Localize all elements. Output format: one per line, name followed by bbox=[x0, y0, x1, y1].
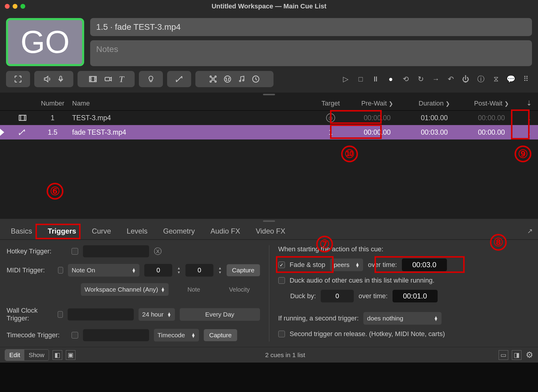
grid-icon[interactable]: ⠿ bbox=[520, 73, 532, 85]
tab-videofx[interactable]: Video FX bbox=[248, 223, 293, 239]
wallclock-format-select[interactable]: 24 hour▲▼ bbox=[139, 308, 175, 321]
tab-geometry[interactable]: Geometry bbox=[155, 223, 203, 239]
go-button[interactable]: GO bbox=[6, 18, 84, 66]
loop-icon[interactable]: ↻ bbox=[415, 73, 427, 85]
col-continue[interactable]: ⇣ bbox=[520, 100, 538, 107]
view-icon-1[interactable]: ◧ bbox=[53, 350, 62, 360]
col-postwait[interactable]: Post-Wait ❯ bbox=[463, 100, 520, 107]
wallclock-days-select[interactable]: Every Day bbox=[180, 308, 260, 321]
midi-icon[interactable] bbox=[223, 75, 232, 83]
arrow-icon[interactable]: → bbox=[430, 73, 442, 85]
mic-icon[interactable] bbox=[57, 75, 65, 83]
play-icon[interactable]: ▷ bbox=[340, 73, 352, 85]
col-prewait[interactable]: Pre-Wait ❯ bbox=[349, 100, 406, 107]
close-icon[interactable] bbox=[5, 4, 10, 9]
hotkey-label: Hotkey Trigger: bbox=[7, 247, 67, 255]
tab-basics[interactable]: Basics bbox=[3, 223, 40, 239]
cue-continue[interactable]: ↓ bbox=[520, 128, 538, 137]
triggers-right: When starting the action of this cue: Fa… bbox=[269, 245, 532, 341]
speaker-icon[interactable] bbox=[43, 75, 51, 83]
wallclock-input[interactable] bbox=[68, 308, 134, 320]
midi-capture-button[interactable]: Capture bbox=[227, 264, 260, 276]
power-icon[interactable]: ⏻ bbox=[460, 73, 472, 85]
minimize-icon[interactable] bbox=[13, 4, 17, 9]
midi-velocity-input[interactable]: 0 bbox=[185, 264, 213, 277]
midi-note-input[interactable]: 0 bbox=[144, 264, 172, 277]
svg-point-9 bbox=[226, 78, 226, 79]
cue-title-field[interactable]: 1.5 · fade TEST-3.mp4 bbox=[90, 18, 532, 36]
col-number[interactable]: Number bbox=[36, 100, 69, 107]
stepper-icon[interactable]: ▲▼ bbox=[218, 266, 222, 274]
camera-icon[interactable] bbox=[104, 75, 112, 83]
fade-button[interactable] bbox=[167, 71, 191, 87]
col-duration[interactable]: Duration ❯ bbox=[406, 100, 463, 107]
annotation-6: ⑥ bbox=[47, 183, 63, 200]
cue-row[interactable]: 1.5 fade TEST-3.mp4 1 00:00.00 00:03.00 … bbox=[0, 125, 538, 139]
clear-icon[interactable]: ⓧ bbox=[154, 246, 162, 257]
midi-checkbox[interactable] bbox=[58, 267, 63, 274]
col-name[interactable]: Name bbox=[69, 100, 313, 107]
duck-by-input[interactable]: 0 bbox=[321, 290, 354, 302]
fade-scope-select[interactable]: peers▲▼ bbox=[330, 259, 363, 271]
svg-rect-2 bbox=[105, 77, 109, 81]
text-icon[interactable]: T bbox=[119, 74, 124, 84]
timecode-input[interactable] bbox=[83, 329, 149, 341]
fade-time-input[interactable]: 00:03.0 bbox=[402, 259, 447, 271]
popout-icon[interactable]: ↗ bbox=[527, 227, 533, 235]
record-icon[interactable]: ● bbox=[385, 73, 397, 85]
tab-curve[interactable]: Curve bbox=[84, 223, 119, 239]
statusbar: Edit Show ◧ ▣ 2 cues in 1 list ▭ ◨ ⚙ bbox=[0, 347, 538, 363]
notes-field[interactable]: Notes bbox=[90, 40, 532, 66]
cue-target: 1 bbox=[313, 128, 349, 136]
music-icon[interactable] bbox=[238, 75, 246, 83]
timecode-icon[interactable] bbox=[252, 75, 260, 83]
cue-continue[interactable]: ↓ bbox=[520, 113, 538, 123]
edit-mode[interactable]: Edit bbox=[5, 350, 24, 360]
second-trigger-label: If running, a second trigger: bbox=[278, 314, 359, 322]
pause-icon[interactable]: ⏸ bbox=[370, 73, 382, 85]
back-icon[interactable]: ↶ bbox=[445, 73, 457, 85]
timecode-checkbox[interactable] bbox=[72, 332, 78, 338]
gear-icon[interactable]: ⚙ bbox=[526, 350, 533, 360]
video-icon[interactable] bbox=[88, 75, 97, 84]
fade-stop-checkbox[interactable] bbox=[278, 262, 285, 268]
hotkey-checkbox[interactable] bbox=[72, 248, 78, 255]
cue-number: 1 bbox=[36, 114, 69, 122]
view-icon-2[interactable]: ▣ bbox=[66, 350, 75, 360]
midi-label: MIDI Trigger: bbox=[7, 266, 53, 274]
cue-row[interactable]: 1 TEST-3.mp4 ◷ 00:00.00 01:00.00 00:00.0… bbox=[0, 111, 538, 125]
panel-icon-2[interactable]: ◨ bbox=[512, 350, 521, 360]
second-trigger-select[interactable]: does nothing▲▼ bbox=[363, 312, 442, 325]
light-button[interactable] bbox=[139, 71, 163, 87]
message-icon[interactable]: 💬 bbox=[505, 73, 517, 85]
tab-triggers[interactable]: Triggers bbox=[40, 223, 84, 239]
info-icon[interactable]: ⓘ bbox=[475, 73, 487, 85]
tab-audiofx[interactable]: Audio FX bbox=[203, 223, 248, 239]
timecode-capture-button[interactable]: Capture bbox=[204, 329, 237, 341]
duck-checkbox[interactable] bbox=[278, 277, 285, 284]
rewind-icon[interactable]: ⟲ bbox=[400, 73, 412, 85]
stop-icon[interactable]: □ bbox=[355, 73, 367, 85]
go-button-label: GO bbox=[20, 24, 69, 60]
midi-channel-select[interactable]: Workspace Channel (Any)▲▼ bbox=[81, 283, 169, 296]
timecode-mode-select[interactable]: Timecode▲▼ bbox=[154, 329, 199, 341]
col-target[interactable]: Target bbox=[313, 100, 349, 107]
drag-handle[interactable] bbox=[0, 219, 538, 223]
panel-icon-1[interactable]: ▭ bbox=[499, 350, 508, 360]
midi-type-select[interactable]: Note On▲▼ bbox=[68, 264, 139, 277]
cue-duration: 00:03.00 bbox=[406, 128, 463, 136]
network-icon[interactable] bbox=[209, 75, 217, 83]
show-mode[interactable]: Show bbox=[24, 350, 49, 360]
stepper-icon[interactable]: ▲▼ bbox=[177, 266, 181, 274]
second-release-checkbox[interactable] bbox=[278, 331, 285, 337]
hotkey-input[interactable] bbox=[83, 245, 149, 257]
svg-point-13 bbox=[239, 80, 240, 81]
maximize-icon[interactable] bbox=[20, 4, 25, 9]
wallclock-checkbox[interactable] bbox=[58, 311, 63, 318]
mode-segment[interactable]: Edit Show bbox=[5, 349, 49, 361]
tab-levels[interactable]: Levels bbox=[119, 223, 155, 239]
timer-icon[interactable]: ⧖ bbox=[490, 73, 502, 85]
drag-handle[interactable] bbox=[0, 93, 538, 96]
duck-time-input[interactable]: 00:01.0 bbox=[393, 290, 438, 302]
fullscreen-button[interactable] bbox=[6, 71, 30, 87]
